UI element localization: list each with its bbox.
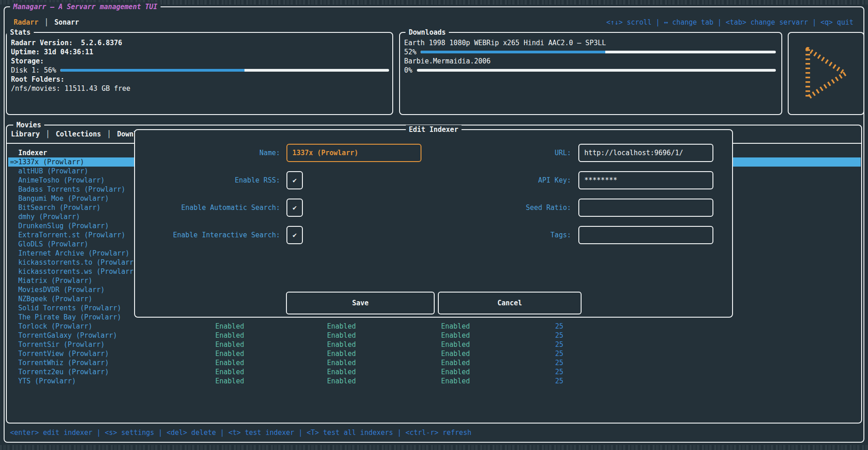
url-input[interactable]: http://localhost:9696/1/	[578, 144, 713, 162]
tab-separator: │	[107, 130, 111, 139]
name-input[interactable]: 1337x (Prowlarr)	[286, 144, 421, 162]
indexer-cell: Enabled	[327, 377, 356, 386]
seed-ratio-label: Seed Ratio:	[434, 199, 571, 217]
download-progress-gauge	[421, 51, 776, 53]
indexer-cell: Enabled	[441, 377, 470, 386]
indexer-name: dmhy (Prowlarr)	[18, 212, 80, 221]
help-bar: <enter> edit indexer | <s> settings | <d…	[10, 428, 471, 437]
cancel-button[interactable]: Cancel	[438, 292, 582, 314]
table-row[interactable]: TorrentWhiz (Prowlarr)EnabledEnabledEnab…	[8, 358, 861, 367]
indexer-cell: 25	[555, 340, 563, 349]
indexer-name: TorrentSir (Prowlarr)	[18, 340, 105, 349]
api-key-input[interactable]: ********	[578, 171, 713, 189]
table-row[interactable]: Torrentz2eu (Prowlarr)EnabledEnabledEnab…	[8, 367, 861, 377]
tab-collections[interactable]: Collections	[56, 130, 101, 139]
tags-label: Tags:	[434, 226, 571, 244]
indexer-name: GloDLS (Prowlarr)	[18, 240, 88, 249]
indexer-name: Bangumi Moe (Prowlarr)	[18, 194, 109, 203]
indexer-name: kickasstorrents.ws (Prowlarr)	[18, 267, 138, 276]
indexer-name: Internet Archive (Prowlarr)	[18, 249, 130, 258]
indexer-cell: 25	[555, 377, 563, 386]
tab-separator: │	[44, 18, 48, 27]
indexer-cell: Enabled	[441, 367, 470, 377]
api-key-label: API Key:	[434, 171, 571, 189]
managarr-play-logo-icon	[794, 39, 858, 108]
enable-interactive-search-label: Enable Interactive Search:	[135, 226, 280, 244]
indexer-cell: 25	[555, 331, 563, 340]
indexer-name: NZBgeek (Prowlarr)	[18, 294, 93, 303]
stats-version: Radarr Version: 5.2.6.8376	[11, 38, 389, 47]
stats-root-folders-heading: Root Folders:	[11, 75, 389, 84]
indexer-name: AnimeTosho (Prowlarr)	[18, 176, 105, 185]
selected-row-arrow: =>	[10, 157, 18, 167]
indexer-name: DrunkenSlug (Prowlarr)	[18, 221, 109, 230]
indexer-name: BitSearch (Prowlarr)	[18, 203, 101, 212]
indexer-cell: Enabled	[215, 349, 244, 358]
indexer-name: ExtraTorrent.st (Prowlarr)	[18, 230, 125, 240]
download-progress-gauge	[417, 69, 776, 72]
indexer-cell: Enabled	[327, 322, 356, 331]
table-row[interactable]: Torlock (Prowlarr)EnabledEnabledEnabled2…	[8, 322, 861, 331]
indexer-name: 1337x (Prowlarr)	[18, 157, 84, 167]
enable-rss-checkbox[interactable]: ✔	[286, 171, 303, 189]
indexer-cell: Enabled	[215, 340, 244, 349]
stats-panel: Stats Radarr Version: 5.2.6.8376 Uptime:…	[6, 32, 393, 115]
indexer-name: TorrentView (Prowlarr)	[18, 349, 109, 358]
indexer-name: Solid Torrents (Prowlarr)	[18, 303, 121, 313]
disk-usage-gauge	[60, 69, 389, 72]
table-row[interactable]: TorrentSir (Prowlarr)EnabledEnabledEnabl…	[8, 340, 861, 349]
indexer-name: Miatrix (Prowlarr)	[18, 276, 93, 285]
tags-input[interactable]	[578, 226, 713, 244]
indexer-cell: Enabled	[215, 367, 244, 377]
enable-rss-label: Enable RSS:	[135, 171, 280, 189]
indexer-cell: Enabled	[327, 331, 356, 340]
top-keybindings: <↑↓> scroll | ↔ change tab | <tab> chang…	[606, 18, 853, 27]
enable-automatic-search-label: Enable Automatic Search:	[135, 199, 280, 217]
indexer-name: YTS (Prowlarr)	[18, 377, 76, 386]
indexer-cell: Enabled	[327, 349, 356, 358]
indexer-cell: Enabled	[215, 377, 244, 386]
tab-library[interactable]: Library	[11, 130, 40, 139]
indexer-cell: Enabled	[215, 322, 244, 331]
indexer-name: MoviesDVDR (Prowlarr)	[18, 285, 105, 294]
table-row[interactable]: YTS (Prowlarr)EnabledEnabledEnabled25	[8, 377, 861, 386]
movies-tab-bar: Library │ Collections │ Downloads	[11, 130, 154, 139]
save-button[interactable]: Save	[286, 292, 435, 314]
indexer-name: TorrentWhiz (Prowlarr)	[18, 358, 109, 367]
tab-radarr[interactable]: Radarr	[14, 18, 38, 27]
indexer-cell: 25	[555, 322, 563, 331]
enable-interactive-search-checkbox[interactable]: ✔	[286, 226, 303, 244]
logo-panel	[788, 32, 864, 115]
seed-ratio-input[interactable]	[578, 199, 713, 217]
indexer-cell: Enabled	[441, 322, 470, 331]
indexer-cell: Enabled	[441, 349, 470, 358]
modal-title: Edit Indexer	[405, 125, 461, 134]
edit-indexer-modal: Edit Indexer Name: 1337x (Prowlarr) URL:…	[134, 129, 733, 318]
clipped-bottom-row	[0, 445, 868, 450]
indexer-cell: 25	[555, 367, 563, 377]
indexer-cell: Enabled	[327, 367, 356, 377]
indexer-cell: Enabled	[441, 331, 470, 340]
name-label: Name:	[135, 144, 280, 162]
indexer-cell: 25	[555, 358, 563, 367]
indexer-cell: Enabled	[215, 358, 244, 367]
indexer-column-header: Indexer	[18, 148, 47, 157]
table-row[interactable]: TorrentView (Prowlarr)EnabledEnabledEnab…	[8, 349, 861, 358]
indexer-cell: Enabled	[327, 358, 356, 367]
indexer-name: kickasstorrents.to (Prowlarr)	[18, 258, 138, 267]
indexer-name: Torrentz2eu (Prowlarr)	[18, 367, 109, 377]
tab-sonarr[interactable]: Sonarr	[54, 18, 79, 27]
indexer-cell: Enabled	[441, 358, 470, 367]
indexer-name: The Pirate Bay (Prowlarr)	[18, 313, 121, 322]
downloads-panel-title: Downloads	[405, 28, 449, 37]
download-item-name: Barbie.Mermaidia.2006	[404, 57, 778, 66]
download-item-name: Earth 1998 1080p WEBRip x265 Hindi AAC2.…	[404, 38, 778, 47]
enable-automatic-search-checkbox[interactable]: ✔	[286, 199, 303, 217]
stats-storage-heading: Storage:	[11, 57, 389, 66]
table-row[interactable]: TorrentGalaxy (Prowlarr)EnabledEnabledEn…	[8, 331, 861, 340]
servarr-tab-bar: Radarr │ Sonarr	[14, 18, 79, 27]
indexer-cell: 25	[555, 349, 563, 358]
movies-panel-title: Movies	[13, 120, 44, 130]
url-label: URL:	[434, 144, 571, 162]
stats-panel-title: Stats	[7, 28, 34, 37]
